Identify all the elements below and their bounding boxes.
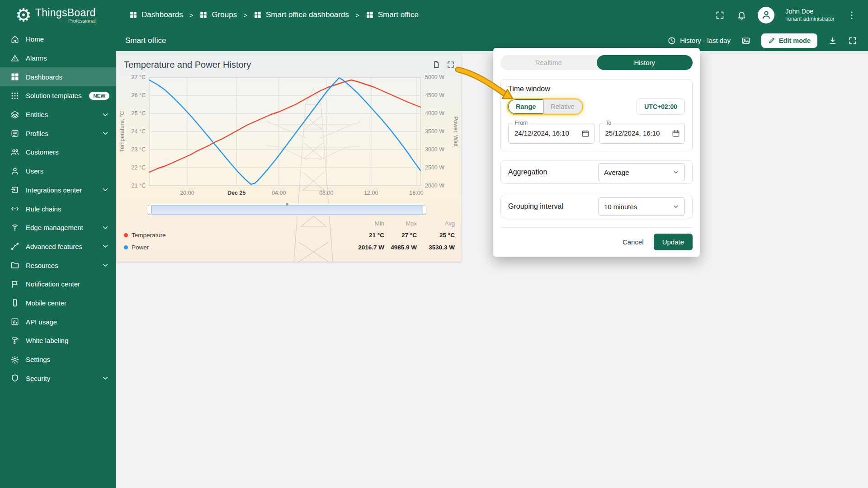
more-menu-icon[interactable]: ⋮ [845,9,858,20]
timezone-button[interactable]: UTC+02:00 [637,99,685,115]
sidebar-item-security[interactable]: Security [0,369,116,388]
image-background-icon[interactable] [741,36,750,45]
temperature-max: 27 °C [384,232,417,239]
slider-selected-range[interactable] [151,205,424,215]
breadcrumb-separator: > [189,11,193,19]
pencil-icon [768,37,775,44]
grouping-interval-section: Grouping interval 10 minutes [500,195,693,218]
from-date-field[interactable]: From 24/12/2024, 16:10 [508,123,594,144]
svg-text:2500 W: 2500 W [425,164,444,171]
update-button[interactable]: Update [654,234,693,250]
sidebar-item-users[interactable]: Users [0,162,116,181]
clock-icon [667,36,676,45]
breadcrumb-item-smart-office[interactable]: Smart office [366,10,419,19]
svg-text:23 °C: 23 °C [132,146,146,153]
breadcrumb-item-dashboards[interactable]: Dashboards [129,10,183,19]
sidebar-item-settings[interactable]: Settings [0,350,116,369]
sidebar-item-api-usage[interactable]: API usage [0,312,116,331]
svg-text:Power, Watt: Power, Watt [453,117,459,147]
to-date-field[interactable]: To 25/12/2024, 16:10 [599,123,685,144]
thingsboard-logo-icon: ⚙ [15,6,32,24]
sidebar-item-integrations-center[interactable]: Integrations center [0,181,116,200]
sidebar-item-dashboards[interactable]: Dashboards [0,67,116,86]
time-window-section: Time window Range Relative UTC+02:00 Fro… [500,79,693,151]
top-bar: ⚙ ThingsBoard Professional Dashboards > … [0,0,868,30]
logo-title: ThingsBoard [35,7,96,19]
tools-icon [10,242,19,251]
sidebar-item-customers[interactable]: Customers [0,143,116,162]
dashboard-grid-icon [129,11,137,19]
svg-text:20:00: 20:00 [180,190,194,196]
user-role: Tenant administrator [785,16,835,23]
breadcrumb-item-groups[interactable]: Groups [199,10,237,19]
sidebar-item-home[interactable]: Home [0,30,116,49]
time-range-slider[interactable] [149,204,425,216]
fullscreen-icon[interactable] [848,36,857,45]
legend-item-power[interactable]: Power [124,244,343,251]
widget-fullscreen-icon[interactable] [447,61,455,69]
svg-text:4500 W: 4500 W [425,92,444,99]
slider-handle-right[interactable] [423,205,426,215]
sidebar-item-alarms[interactable]: Alarms [0,49,116,68]
sidebar-item-solution-templates[interactable]: Solution templates NEW [0,86,116,105]
logo[interactable]: ⚙ ThingsBoard Professional [0,6,116,24]
sidebar-item-profiles[interactable]: Profiles [0,124,116,143]
sidebar-item-white-labeling[interactable]: White labeling [0,331,116,350]
power-max: 4985.9 W [384,244,417,251]
tab-history[interactable]: History [597,55,693,70]
flag-icon [10,280,19,289]
fullscreen-icon[interactable] [714,9,725,20]
calendar-icon[interactable] [671,129,680,138]
svg-text:08:00: 08:00 [319,190,333,196]
svg-text:4000 W: 4000 W [425,110,444,117]
popup-footer: Cancel Update [500,227,693,250]
sidebar-item-advanced-features[interactable]: Advanced features [0,237,116,256]
relative-toggle[interactable]: Relative [543,99,582,114]
legend-dot-power [124,245,128,249]
power-avg: 3530.3 W [417,244,455,251]
timewindow-button[interactable]: History - last day [667,36,731,45]
slider-grip[interactable] [286,203,288,206]
stats-col-max: Max [384,220,417,227]
download-icon[interactable] [828,36,837,45]
gear-icon [10,355,19,364]
widget-title: Temperature and Power History [124,60,251,70]
tab-realtime[interactable]: Realtime [500,55,597,70]
slider-handle-left[interactable] [148,205,151,215]
dashboard-content: Temperature and Power History 27 °C5000 … [116,51,868,488]
chevron-down-icon [101,129,109,137]
person-icon [761,9,772,20]
sidebar-item-rule-chains[interactable]: Rule chains [0,199,116,218]
chevron-down-icon [672,202,680,211]
legend-item-temperature[interactable]: Temperature [124,232,343,239]
breadcrumb-item-smart-office-dashboards[interactable]: Smart office dashboards [254,10,349,19]
sidebar-item-edge-management[interactable]: Edge management [0,218,116,237]
page-title: Smart office [125,36,166,45]
sidebar-item-mobile-center[interactable]: Mobile center [0,294,116,313]
grouping-interval-select[interactable]: 10 minutes [598,197,685,216]
aggregation-select[interactable]: Average [598,163,685,181]
chevron-down-icon [672,168,680,176]
logo-subtitle: Professional [35,18,96,23]
sidebar-item-resources[interactable]: Resources [0,256,116,275]
edit-mode-button[interactable]: Edit mode [761,33,817,48]
chevron-down-icon [101,224,109,232]
temperature-avg: 25 °C [417,232,455,239]
notifications-bell-icon[interactable] [736,9,747,20]
paint-roller-icon [10,336,19,345]
calendar-icon[interactable] [581,129,590,138]
export-file-icon[interactable] [432,61,440,69]
svg-text:25 °C: 25 °C [132,110,146,117]
breadcrumb-separator: > [243,11,247,19]
sidebar-item-notification-center[interactable]: Notification center [0,275,116,294]
user-info[interactable]: John Doe Tenant administrator [785,7,835,22]
range-toggle[interactable]: Range [508,99,543,114]
sidebar-item-entities[interactable]: Entities [0,105,116,124]
power-min: 2016.7 W [343,244,384,251]
time-window-heading: Time window [508,85,685,93]
svg-text:3500 W: 3500 W [425,128,444,135]
avatar[interactable] [758,7,774,23]
dashboard-toolbar: Smart office History - last day Edit mod… [116,30,868,51]
cancel-button[interactable]: Cancel [623,238,644,246]
dashboard-grid-icon [366,11,374,19]
